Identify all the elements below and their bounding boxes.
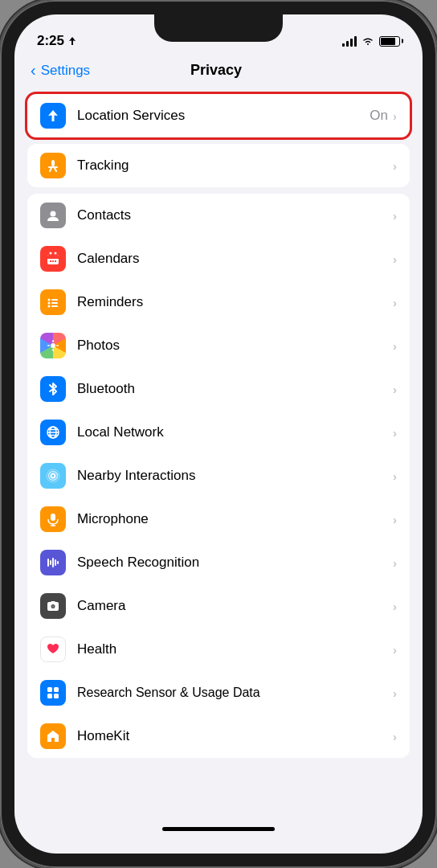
contacts-icon bbox=[40, 203, 66, 228]
research-label: Research Sensor & Usage Data bbox=[77, 686, 393, 700]
svg-rect-14 bbox=[51, 302, 58, 304]
reminders-label: Reminders bbox=[77, 294, 393, 310]
health-row[interactable]: Health › bbox=[27, 628, 410, 671]
svg-rect-12 bbox=[51, 299, 58, 301]
nav-bar: ‹ Settings Privacy bbox=[14, 56, 423, 88]
photos-chevron: › bbox=[393, 339, 397, 353]
signal-icon bbox=[342, 35, 357, 47]
tracking-icon bbox=[40, 153, 66, 178]
contacts-chevron: › bbox=[393, 209, 397, 223]
research-row[interactable]: Research Sensor & Usage Data › bbox=[27, 671, 410, 714]
speech-recognition-icon bbox=[40, 550, 66, 575]
local-network-chevron: › bbox=[393, 426, 397, 440]
location-services-label: Location Services bbox=[77, 108, 370, 124]
research-chevron: › bbox=[393, 686, 397, 700]
back-button[interactable]: ‹ Settings bbox=[31, 61, 90, 80]
local-network-icon bbox=[40, 420, 66, 445]
svg-point-15 bbox=[48, 305, 51, 308]
reminders-chevron: › bbox=[393, 296, 397, 309]
notch bbox=[154, 14, 283, 42]
location-services-item[interactable]: Location Services On › bbox=[27, 94, 410, 137]
contacts-row[interactable]: Contacts › bbox=[27, 194, 410, 237]
calendars-chevron: › bbox=[393, 252, 397, 266]
svg-rect-8 bbox=[50, 260, 51, 262]
homekit-icon bbox=[40, 723, 66, 749]
local-network-label: Local Network bbox=[77, 424, 393, 440]
camera-icon bbox=[40, 593, 66, 619]
phone-frame: 2:25 bbox=[0, 0, 437, 868]
contacts-label: Contacts bbox=[77, 207, 393, 223]
privacy-settings-group: Contacts › bbox=[27, 194, 410, 758]
camera-row[interactable]: Camera › bbox=[27, 584, 410, 628]
svg-point-7 bbox=[55, 252, 57, 255]
health-chevron: › bbox=[393, 643, 397, 657]
location-services-value: On bbox=[370, 108, 388, 124]
back-label: Settings bbox=[41, 63, 90, 79]
speech-recognition-label: Speech Recognition bbox=[77, 555, 393, 571]
tracking-group: Tracking › bbox=[27, 144, 410, 187]
photos-label: Photos bbox=[77, 338, 393, 354]
homekit-chevron: › bbox=[393, 730, 397, 743]
svg-point-6 bbox=[50, 252, 52, 255]
location-services-chevron: › bbox=[393, 109, 397, 123]
svg-rect-0 bbox=[51, 160, 55, 166]
svg-rect-16 bbox=[51, 305, 58, 307]
svg-point-29 bbox=[49, 472, 58, 481]
svg-rect-37 bbox=[55, 559, 56, 566]
svg-rect-10 bbox=[55, 260, 56, 262]
microphone-row[interactable]: Microphone › bbox=[27, 497, 410, 541]
svg-rect-20 bbox=[52, 349, 54, 351]
location-services-icon bbox=[40, 103, 66, 129]
svg-point-13 bbox=[48, 302, 51, 305]
location-services-highlighted: Location Services On › bbox=[27, 94, 410, 137]
photos-icon bbox=[40, 333, 66, 358]
calendars-row[interactable]: Calendars › bbox=[27, 237, 410, 280]
svg-rect-38 bbox=[57, 561, 59, 564]
calendars-label: Calendars bbox=[77, 251, 393, 267]
research-icon bbox=[40, 680, 66, 706]
svg-rect-36 bbox=[52, 558, 54, 567]
tracking-row[interactable]: Tracking › bbox=[27, 144, 410, 187]
nearby-interactions-icon bbox=[40, 463, 66, 489]
svg-rect-22 bbox=[56, 345, 59, 346]
wifi-icon bbox=[361, 36, 374, 46]
local-network-row[interactable]: Local Network › bbox=[27, 411, 410, 454]
health-icon bbox=[40, 637, 66, 662]
status-time: 2:25 bbox=[37, 33, 77, 49]
status-icons bbox=[342, 35, 400, 47]
svg-rect-35 bbox=[50, 560, 51, 565]
photos-row[interactable]: Photos › bbox=[27, 324, 410, 367]
home-indicator[interactable] bbox=[162, 827, 275, 831]
nearby-interactions-row[interactable]: Nearby Interactions › bbox=[27, 454, 410, 497]
speech-recognition-row[interactable]: Speech Recognition › bbox=[27, 541, 410, 584]
microphone-chevron: › bbox=[393, 513, 397, 526]
tracking-label: Tracking bbox=[77, 158, 393, 174]
svg-point-2 bbox=[51, 211, 56, 217]
homekit-label: HomeKit bbox=[77, 728, 393, 744]
svg-rect-1 bbox=[48, 166, 58, 168]
reminders-row[interactable]: Reminders › bbox=[27, 280, 410, 324]
svg-point-28 bbox=[51, 474, 55, 478]
location-services-row[interactable]: Location Services On › bbox=[27, 94, 410, 137]
svg-rect-9 bbox=[52, 260, 54, 262]
camera-chevron: › bbox=[393, 600, 397, 613]
time-display: 2:25 bbox=[37, 33, 64, 49]
tracking-chevron: › bbox=[393, 159, 397, 173]
back-chevron-icon: ‹ bbox=[31, 61, 36, 80]
svg-rect-31 bbox=[51, 514, 55, 521]
svg-rect-44 bbox=[54, 694, 59, 698]
svg-rect-34 bbox=[47, 559, 49, 567]
reminders-icon bbox=[40, 289, 66, 315]
bluetooth-chevron: › bbox=[393, 383, 397, 396]
svg-rect-43 bbox=[47, 694, 52, 698]
microphone-icon bbox=[40, 506, 66, 532]
homekit-row[interactable]: HomeKit › bbox=[27, 714, 410, 758]
svg-point-18 bbox=[52, 345, 55, 347]
svg-point-11 bbox=[48, 299, 51, 301]
svg-rect-21 bbox=[47, 345, 50, 346]
svg-rect-41 bbox=[47, 687, 52, 692]
bluetooth-row[interactable]: Bluetooth › bbox=[27, 367, 410, 411]
camera-label: Camera bbox=[77, 598, 393, 614]
location-status-icon bbox=[67, 36, 77, 46]
svg-rect-19 bbox=[52, 340, 54, 342]
